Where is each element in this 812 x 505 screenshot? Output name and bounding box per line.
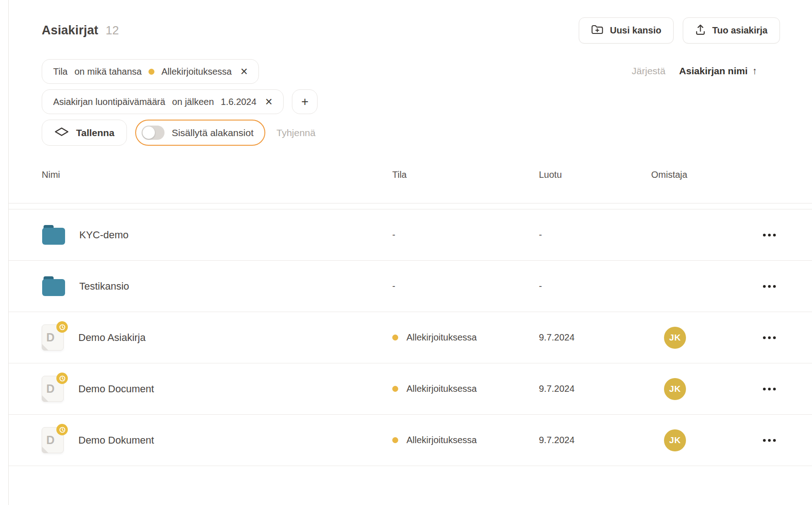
row-actions-menu[interactable]: [760, 434, 779, 447]
document-pending-icon: [42, 427, 64, 453]
new-folder-label: Uusi kansio: [610, 25, 661, 36]
row-name: Demo Asiakirja: [78, 332, 146, 344]
import-document-button[interactable]: Tuo asiakirja: [683, 17, 780, 44]
include-subfolders-label: Sisällytä alakansiot: [172, 127, 254, 138]
avatar-initials: JK: [669, 333, 680, 343]
filter-field: Asiakirjan luontipäivämäärä: [53, 97, 165, 107]
filter-chip-date[interactable]: Asiakirjan luontipäivämäärä on jälkeen 1…: [42, 89, 284, 114]
row-name: Demo Dokument: [78, 434, 154, 446]
clock-badge-icon: [56, 373, 68, 384]
add-filter-button[interactable]: +: [292, 89, 318, 114]
clock-badge-icon: [56, 321, 68, 333]
filter-field: Tila: [53, 66, 67, 77]
filter-value: 1.6.2024: [221, 97, 257, 107]
save-filter-button[interactable]: Tallenna: [42, 120, 127, 146]
filter-operator: on jälkeen: [172, 97, 214, 107]
save-filter-label: Tallenna: [76, 127, 115, 138]
folder-icon: [42, 225, 66, 245]
row-name: Testikansio: [79, 280, 129, 292]
documents-panel: Asiakirjat 12 Uusi kansio Tuo asiakirja …: [8, 0, 812, 505]
folder-plus-icon: [591, 24, 604, 37]
upload-icon: [695, 24, 706, 38]
row-actions-menu[interactable]: [760, 331, 779, 345]
row-created: 9.7.2024: [539, 384, 651, 394]
new-folder-button[interactable]: Uusi kansio: [579, 17, 674, 44]
row-status: -: [392, 281, 395, 291]
table-row[interactable]: Demo Dokument Allekirjoituksessa 9.7.202…: [9, 415, 812, 466]
remove-filter-icon[interactable]: ×: [241, 66, 248, 78]
avatar: JK: [664, 378, 686, 400]
column-header-status: Tila: [392, 170, 539, 203]
arrow-up-icon: ↑: [752, 66, 757, 77]
remove-filter-icon[interactable]: ×: [265, 96, 273, 108]
avatar-initials: JK: [669, 435, 680, 445]
row-actions-menu[interactable]: [760, 228, 779, 242]
status-dot-icon: [148, 69, 154, 75]
sort-label: Järjestä: [632, 66, 666, 77]
status-dot-icon: [392, 386, 398, 392]
row-actions-menu[interactable]: [760, 382, 779, 396]
table-row-partial: [9, 203, 812, 209]
row-status: -: [392, 230, 395, 240]
status-dot-icon: [392, 335, 398, 340]
filter-operator: on mikä tahansa: [74, 66, 142, 77]
row-created: 9.7.2024: [539, 332, 651, 343]
row-created: 9.7.2024: [539, 435, 651, 445]
table-header: Nimi Tila Luotu Omistaja: [9, 151, 812, 203]
sort-selector[interactable]: Asiakirjan nimi ↑: [679, 66, 757, 77]
filter-section: Tila on mikä tahansa Allekirjoituksessa …: [9, 44, 812, 146]
sort-field: Asiakirjan nimi: [679, 66, 747, 77]
filter-value: Allekirjoituksessa: [161, 66, 231, 77]
row-name: Demo Document: [78, 383, 154, 395]
filter-chip-status[interactable]: Tila on mikä tahansa Allekirjoituksessa …: [42, 59, 259, 84]
table-row[interactable]: KYC-demo - -: [9, 209, 812, 261]
column-header-owner: Omistaja: [651, 170, 757, 203]
table-row[interactable]: Testikansio - -: [9, 261, 812, 312]
diamond-icon: [54, 127, 69, 139]
status-dot-icon: [392, 437, 398, 443]
clear-filters-button[interactable]: Tyhjennä: [276, 127, 315, 138]
row-created: -: [539, 281, 651, 291]
document-count: 12: [106, 23, 119, 38]
import-document-label: Tuo asiakirja: [712, 25, 768, 36]
avatar: JK: [664, 429, 686, 451]
toggle-switch[interactable]: [142, 126, 165, 140]
row-status: Allekirjoituksessa: [406, 332, 477, 343]
include-subfolders-toggle[interactable]: Sisällytä alakansiot: [135, 120, 266, 146]
avatar-initials: JK: [669, 384, 680, 394]
page-header: Asiakirjat 12 Uusi kansio Tuo asiakirja: [9, 0, 812, 44]
document-pending-icon: [42, 324, 64, 351]
row-name: KYC-demo: [79, 229, 129, 241]
row-status: Allekirjoituksessa: [406, 384, 477, 394]
page-title: Asiakirjat: [42, 23, 99, 38]
column-header-created: Luotu: [539, 170, 651, 203]
column-header-name: Nimi: [42, 170, 392, 203]
folder-icon: [42, 276, 66, 296]
document-pending-icon: [42, 376, 64, 402]
table-row[interactable]: Demo Document Allekirjoituksessa 9.7.202…: [9, 363, 812, 415]
row-status: Allekirjoituksessa: [406, 435, 477, 445]
table-row[interactable]: Demo Asiakirja Allekirjoituksessa 9.7.20…: [9, 312, 812, 363]
row-created: -: [539, 230, 651, 240]
avatar: JK: [664, 327, 686, 349]
row-actions-menu[interactable]: [760, 280, 779, 293]
clock-badge-icon: [56, 424, 68, 435]
